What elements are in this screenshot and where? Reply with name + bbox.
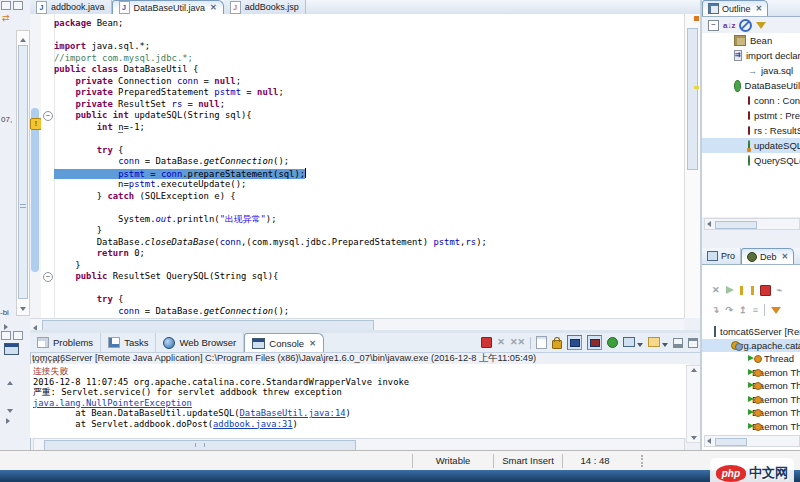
tab-debug[interactable]: Deb ✕ bbox=[741, 248, 794, 264]
editor-tab[interactable]: JDataBaseUtil.java✕ bbox=[112, 0, 224, 14]
suspend-icon[interactable] bbox=[740, 286, 754, 295]
use-step-filters-icon[interactable] bbox=[771, 307, 781, 314]
restore-view-icon[interactable]: ⇄ bbox=[2, 13, 10, 23]
code-line[interactable]: System.out.println("出现异常"); bbox=[54, 214, 684, 226]
code-line[interactable]: private ResultSet rs = null; bbox=[54, 99, 684, 111]
fold-collapse-icon[interactable]: − bbox=[43, 111, 53, 121]
pin-console-button[interactable] bbox=[607, 337, 618, 348]
maximize-icon[interactable] bbox=[13, 1, 23, 10]
code-line[interactable]: DataBase.closeDataBase(conn,(com.mysql.j… bbox=[54, 237, 684, 249]
outline-item[interactable]: updateSQL(String) : int bbox=[702, 138, 800, 153]
debug-item[interactable]: Thread bbox=[702, 352, 800, 366]
scroll-down-icon[interactable] bbox=[20, 302, 26, 313]
minimized-view-buttons[interactable] bbox=[1, 1, 25, 12]
panel-sash[interactable] bbox=[702, 230, 800, 248]
view-tab-tasks[interactable]: Tasks bbox=[101, 333, 156, 352]
code-line[interactable] bbox=[54, 30, 684, 42]
terminate-icon[interactable] bbox=[760, 285, 771, 296]
code-line[interactable]: conn = DataBase.getConnection(); bbox=[54, 306, 684, 318]
close-icon[interactable]: ✕ bbox=[782, 252, 789, 261]
step-into-icon[interactable]: ↴ bbox=[712, 305, 720, 315]
minimize-view-button[interactable] bbox=[673, 338, 683, 348]
code-line[interactable]: try { bbox=[54, 294, 684, 306]
close-icon[interactable]: ✕ bbox=[309, 339, 316, 348]
code-line[interactable]: } bbox=[54, 260, 684, 272]
code-line[interactable]: private PreparedStatement pstmt = null; bbox=[54, 87, 684, 99]
scroll-right-icon[interactable] bbox=[6, 415, 10, 426]
left-rail-scroll-thumb[interactable] bbox=[18, 45, 28, 299]
terminate-button[interactable] bbox=[481, 337, 492, 348]
editor-tab[interactable]: Jaddbook.java bbox=[30, 0, 112, 14]
debug-item[interactable]: Daemon Thread bbox=[702, 366, 800, 380]
code-line[interactable]: import java.sql.*; bbox=[54, 41, 684, 53]
code-line[interactable] bbox=[54, 202, 684, 214]
code-line[interactable]: public int updateSQL(String sql){ bbox=[54, 110, 684, 122]
outline-item[interactable]: Bean bbox=[702, 33, 800, 48]
drop-to-frame-icon[interactable]: ≡ bbox=[753, 305, 758, 315]
outline-item[interactable]: ⇉import declarations bbox=[702, 48, 800, 63]
open-console-button[interactable] bbox=[648, 337, 668, 349]
collapse-all-icon[interactable]: − bbox=[708, 20, 719, 31]
step-over-icon[interactable]: ↷ bbox=[726, 305, 734, 315]
code-line[interactable]: public class DataBaseUtil { bbox=[54, 64, 684, 76]
display-selected-console-button[interactable] bbox=[623, 337, 643, 349]
debug-item[interactable]: Daemon Thread bbox=[702, 379, 800, 393]
show-console-stderr-toggle[interactable] bbox=[587, 335, 602, 350]
close-icon[interactable]: ✕ bbox=[756, 4, 763, 13]
debug-tree[interactable]: tomcat6Server [Remote Java Application]o… bbox=[702, 325, 800, 432]
maximize-view-button[interactable] bbox=[688, 338, 698, 348]
editor-tab[interactable]: JaddBooks.jsp bbox=[224, 0, 306, 14]
disconnect-icon[interactable]: ✕ bbox=[712, 286, 720, 295]
outline-tree[interactable]: Bean⇉import declarations→java.sqlDataBas… bbox=[702, 33, 800, 217]
code-line[interactable]: try { bbox=[54, 145, 684, 157]
scroll-down-icon[interactable] bbox=[691, 436, 697, 440]
resume-icon[interactable] bbox=[726, 286, 734, 294]
code-text-area[interactable]: package Bean;import java.sql.*;//import … bbox=[54, 14, 684, 322]
stacktrace-link[interactable]: java.lang.NullPointerException bbox=[33, 398, 192, 408]
outline-item[interactable]: QuerySQL(String) : ResultSet bbox=[702, 153, 800, 168]
code-line[interactable] bbox=[54, 133, 684, 145]
hide-fields-icon[interactable] bbox=[739, 19, 752, 32]
annotation-mark-yellow[interactable] bbox=[694, 86, 699, 89]
outline-item[interactable]: →java.sql bbox=[702, 63, 800, 78]
outline-item[interactable]: rs : ResultSet bbox=[702, 123, 800, 138]
scroll-up-icon[interactable] bbox=[691, 368, 697, 372]
code-line[interactable]: } bbox=[54, 225, 684, 237]
outline-item[interactable]: DataBaseUtil bbox=[702, 78, 800, 93]
code-line[interactable]: private Connection conn = null; bbox=[54, 76, 684, 88]
console-output[interactable]: 连接失败2016-12-8 11:07:45 org.apache.catali… bbox=[30, 364, 689, 438]
minimize-icon[interactable] bbox=[1, 1, 11, 10]
code-line[interactable]: n=pstmt.executeUpdate(); bbox=[54, 179, 684, 191]
editor-overview-ruler[interactable] bbox=[684, 14, 700, 318]
debug-item[interactable]: tomcat6Server [Remote Java Application] bbox=[702, 325, 800, 339]
folding-ruler[interactable]: − − bbox=[41, 14, 55, 318]
view-tab-problems[interactable]: Problems bbox=[30, 333, 101, 352]
left-rail-scrollbar[interactable] bbox=[16, 30, 30, 316]
scroll-up-icon[interactable] bbox=[20, 33, 26, 44]
filter-icon[interactable] bbox=[756, 22, 766, 29]
outline-item[interactable]: pstmt : PreparedStatement bbox=[702, 108, 800, 123]
code-line[interactable]: return 0; bbox=[54, 248, 684, 260]
step-return-icon[interactable]: ↥ bbox=[739, 305, 747, 315]
debug-item[interactable]: Daemon Thread bbox=[702, 406, 800, 420]
code-line[interactable]: public ResultSet QuerySQL(String sql){ bbox=[54, 271, 684, 283]
scroll-left-icon[interactable] bbox=[707, 438, 711, 444]
debug-item[interactable]: Daemon Thread bbox=[702, 420, 800, 433]
code-line[interactable]: int n=-1; bbox=[54, 122, 684, 134]
tab-outline[interactable]: Outline ✕ bbox=[702, 0, 768, 16]
view-tab-web-browser[interactable]: Web Browser bbox=[156, 333, 244, 352]
stacktrace-link[interactable]: addbook.java:31 bbox=[213, 419, 292, 429]
fold-collapse-icon[interactable]: − bbox=[43, 272, 53, 282]
debug-item[interactable]: org.apache.catalina bbox=[702, 339, 800, 353]
annotation-mark-orange[interactable] bbox=[694, 16, 699, 21]
editor-vscroll-thumb[interactable] bbox=[687, 28, 698, 170]
windows-taskbar[interactable] bbox=[0, 470, 800, 482]
sort-icon[interactable]: a↓z bbox=[723, 21, 735, 30]
stacktrace-link[interactable]: DataBaseUtil.java:14 bbox=[240, 408, 346, 418]
outline-hscroll-thumb[interactable] bbox=[715, 221, 757, 229]
close-icon[interactable]: ✕ bbox=[210, 3, 217, 12]
code-line[interactable]: } catch (SQLException e) { bbox=[54, 191, 684, 203]
maximize-icon[interactable] bbox=[13, 331, 23, 340]
code-line[interactable] bbox=[54, 283, 684, 295]
clear-console-button[interactable] bbox=[536, 336, 547, 349]
